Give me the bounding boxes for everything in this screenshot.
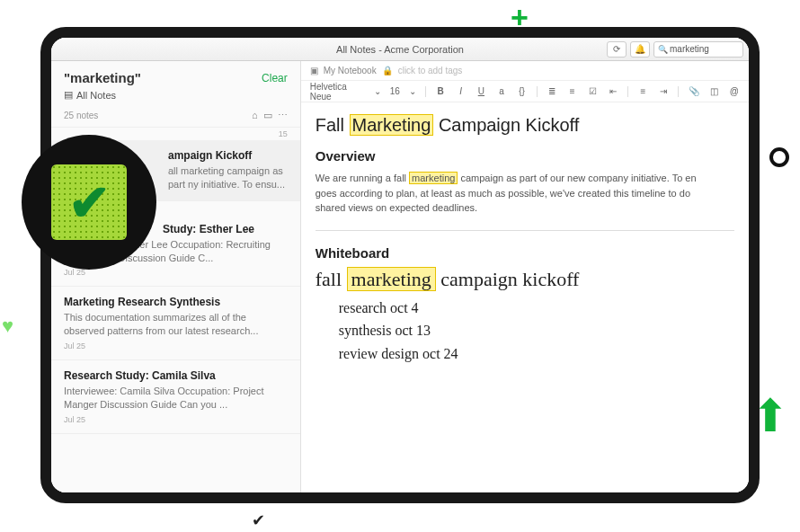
indent-button[interactable]: ⇥: [658, 86, 670, 96]
section-heading: Overview: [316, 148, 734, 164]
code-button[interactable]: {}: [516, 86, 528, 96]
note-editor: ▣ My Notebook 🔒 click to add tags Helvet…: [301, 61, 749, 492]
breadcrumb: ▣ My Notebook 🔒 click to add tags: [301, 61, 749, 81]
table-button[interactable]: ◫: [708, 86, 720, 96]
handwriting-task: review design oct 24: [339, 342, 734, 366]
chevron-down-icon[interactable]: ⌄: [409, 86, 416, 96]
decoration-ring: [769, 147, 789, 167]
notifications-button[interactable]: 🔔: [630, 41, 650, 58]
titlebar: All Notes - Acme Corporation ⟳ 🔔 🔍 marke…: [51, 38, 749, 61]
section-heading: Whiteboard: [316, 245, 734, 261]
reminder-icon[interactable]: ⌂: [252, 110, 258, 121]
note-item[interactable]: Research Study: Camila Silva Interviewee…: [51, 360, 300, 434]
note-count: 25 notes: [64, 111, 98, 120]
outdent-button[interactable]: ⇤: [608, 86, 619, 96]
sync-button[interactable]: ⟳: [607, 41, 627, 58]
search-icon: 🔍: [658, 45, 668, 54]
chevron-down-icon[interactable]: ⌄: [374, 86, 381, 96]
align-button[interactable]: ≡: [637, 86, 649, 96]
underline-button[interactable]: U: [476, 86, 487, 96]
window-title: All Notes - Acme Corporation: [336, 44, 464, 55]
highlight: marketing: [409, 172, 458, 184]
note-item[interactable]: Marketing Research Synthesis This docume…: [51, 287, 300, 360]
note-heading: Fall Marketing Campaign Kickoff: [316, 115, 734, 136]
list-number-button[interactable]: ≡: [566, 86, 578, 96]
note-snippet: all marketing campaign as part ny initia…: [168, 164, 288, 191]
notes-sidebar: "marketing" Clear ▤ All Notes 25 notes ⌂…: [51, 61, 301, 492]
tags-placeholder[interactable]: click to add tags: [398, 66, 463, 75]
tag-filter-icon[interactable]: ▭: [263, 110, 272, 121]
checkmark-icon: ✔: [68, 173, 111, 232]
notebook-icon: ▣: [310, 66, 318, 75]
decoration-heart: ♥: [2, 315, 13, 338]
notes-icon: ▤: [64, 89, 73, 101]
italic-button[interactable]: I: [455, 86, 467, 96]
clear-button[interactable]: Clear: [262, 72, 288, 84]
note-title: Marketing Research Synthesis: [64, 296, 288, 308]
handwriting-task: synthesis oct 13: [339, 319, 734, 342]
note-date: Jul 25: [64, 268, 288, 277]
handwriting: fall marketing campaign kickoff: [316, 268, 734, 291]
bold-button[interactable]: B: [435, 86, 447, 96]
attach-button[interactable]: 📎: [688, 86, 699, 96]
handwriting-task: research oct 4: [339, 297, 734, 320]
badge-tile: ✔: [51, 164, 127, 240]
app-window: All Notes - Acme Corporation ⟳ 🔔 🔍 marke…: [51, 38, 749, 492]
lock-icon: 🔒: [382, 66, 393, 75]
search-query-title: "marketing": [64, 70, 141, 85]
checklist-button[interactable]: ☑: [587, 86, 599, 96]
font-select[interactable]: Helvetica Neue: [310, 82, 365, 102]
document-body[interactable]: Fall Marketing Campaign Kickoff Overview…: [301, 102, 749, 377]
highlight: Marketing: [350, 114, 434, 136]
format-toolbar: Helvetica Neue ⌄ 16 ⌄ B I U a {} ≣ ≡ ☑ ⇤…: [301, 81, 749, 102]
note-snippet: This documentation summarizes all of the…: [64, 311, 288, 338]
note-date: Jul 25: [64, 415, 288, 424]
list-bullet-button[interactable]: ≣: [547, 86, 558, 96]
note-date: Jul 25: [64, 341, 288, 350]
decoration-checkmark: ✔: [252, 510, 265, 530]
note-snippet: Interviewee: Camila Silva Occupation: Pr…: [64, 385, 288, 412]
divider: [316, 230, 734, 231]
search-input[interactable]: 🔍 marketing: [653, 41, 743, 58]
notebook-name[interactable]: My Notebook: [324, 66, 377, 75]
app-badge: ✔: [22, 135, 156, 270]
note-title: Research Study: Camila Silva: [64, 369, 288, 382]
paragraph: We are running a fall marketing campaign…: [316, 171, 734, 216]
note-title: ampaign Kickoff: [168, 149, 288, 162]
more-icon[interactable]: ⋯: [278, 110, 288, 121]
highlight: marketing: [347, 267, 436, 291]
scope-label: All Notes: [76, 90, 116, 101]
search-value: marketing: [670, 44, 709, 54]
font-size[interactable]: 16: [390, 86, 400, 96]
link-button[interactable]: @: [728, 86, 740, 96]
color-button[interactable]: a: [496, 86, 508, 96]
device-frame: All Notes - Acme Corporation ⟳ 🔔 🔍 marke…: [40, 27, 760, 503]
